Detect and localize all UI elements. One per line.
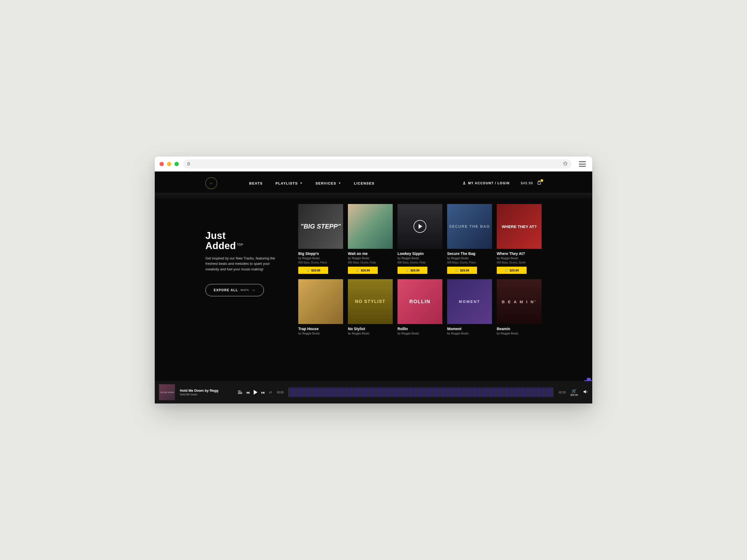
player-track-info: Hold Me Down by Regg Hold Me Down (180, 389, 233, 396)
track-artwork[interactable]: WHERE THEY AT? (497, 204, 542, 249)
cover-text: B E A M I N' (502, 299, 537, 304)
cover-text: SECURE THE BAG (449, 224, 490, 229)
track-artist[interactable]: by Reggie Beatz (397, 332, 442, 335)
arrow-right-icon: → (252, 288, 256, 292)
track-tags: 808 Bass, Drums, Flute, (397, 261, 442, 264)
track-artist[interactable]: by Reggie Beatz (348, 257, 393, 260)
track-artwork[interactable]: B E A M I N' (497, 279, 542, 324)
track-title[interactable]: Lowkey Sippin (397, 251, 442, 256)
track-grid: "BIG STEPP"Big Stepp'nby Reggie Beatz808… (298, 204, 542, 335)
track-artwork[interactable]: NO STYLIST (348, 279, 393, 324)
track-title[interactable]: Trap House (298, 327, 343, 331)
nav-services[interactable]: SERVICES▼ (316, 181, 341, 185)
cart-icon: 🛒 (505, 269, 509, 272)
track-card: WHERE THEY AT?Where They At?by Reggie Be… (497, 204, 542, 274)
close-window-icon[interactable] (159, 162, 164, 166)
track-card: NO STYLISTNo Stylistby Reggie Beatz (348, 279, 393, 335)
next-track-icon[interactable]: ⏭ (261, 390, 265, 395)
track-artist[interactable]: by Reggie Beatz (298, 257, 343, 260)
cart-area[interactable]: $49.99 (521, 180, 542, 186)
nav-label: SERVICES (316, 181, 336, 185)
price-label: $29.99 (510, 269, 519, 272)
bookmark-star-icon[interactable] (563, 161, 568, 167)
nav-beats[interactable]: BEATS (249, 181, 263, 185)
waveform[interactable] (288, 386, 553, 398)
nav-licenses[interactable]: LICENSES (354, 181, 375, 185)
cart-total: $49.99 (521, 181, 533, 185)
cart-icon: 🛒 (306, 269, 310, 272)
svg-point-2 (463, 182, 465, 183)
track-title[interactable]: No Stylist (348, 327, 393, 331)
nav-playlists[interactable]: PLAYLISTS▼ (276, 181, 303, 185)
cart-icon: 🛒 (455, 269, 459, 272)
shopping-bag-icon (537, 180, 542, 186)
window-controls (159, 162, 179, 166)
volume-icon[interactable] (583, 389, 588, 396)
minimize-window-icon[interactable] (167, 162, 171, 166)
track-tags: 808 Bass, Drums, Flute, (348, 261, 393, 264)
track-title[interactable]: Wait on me (348, 251, 393, 256)
player-controls: ⏮ ⏭ ⇄ (238, 390, 272, 395)
track-artist[interactable]: by Reggie Beatz (298, 332, 343, 335)
maximize-window-icon[interactable] (175, 162, 179, 166)
track-title[interactable]: Moment (447, 327, 492, 331)
track-artwork[interactable] (348, 204, 393, 249)
price-label: $29.99 (460, 269, 469, 272)
lock-icon (187, 162, 190, 166)
svg-rect-0 (187, 163, 190, 165)
cart-icon: 🛒 (571, 389, 577, 394)
track-card: MOMENTMomentby Reggie Beatz (447, 279, 492, 335)
buy-button[interactable]: 🛒$29.99 (397, 267, 428, 274)
shuffle-icon[interactable]: ⇄ (269, 390, 272, 394)
play-icon[interactable] (254, 390, 257, 395)
track-tags: 808 Bass, Drums, Synth (497, 261, 542, 264)
track-artist[interactable]: by Reggie Beatz (397, 257, 442, 260)
nav-links: BEATS PLAYLISTS▼ SERVICES▼ LICENSES (249, 181, 375, 185)
play-overlay[interactable] (397, 204, 442, 249)
player-track-title: Hold Me Down by Regg (180, 389, 233, 393)
track-artist[interactable]: by Reggie Beatz (447, 257, 492, 260)
track-artist[interactable]: by Reggie Beatz (348, 332, 393, 335)
track-card: B E A M I N'Beaminby Reggie Beatz (497, 279, 542, 335)
track-title[interactable]: Where They At? (497, 251, 542, 256)
account-link[interactable]: MY ACCOUNT / LOGIN (462, 181, 510, 186)
button-sublabel: BEATS (241, 289, 249, 291)
player-buy-button[interactable]: 🛒 $29.99 (570, 389, 578, 396)
track-title[interactable]: Rollin (397, 327, 442, 331)
buy-button[interactable]: 🛒$29.99 (497, 267, 526, 274)
scroll-handle[interactable] (587, 378, 591, 380)
player-right: 🛒 $29.99 (570, 389, 588, 396)
track-title[interactable]: Secure The Bag (447, 251, 492, 256)
previous-track-icon[interactable]: ⏮ (246, 390, 250, 395)
track-artwork[interactable]: ROLLIN (397, 279, 442, 324)
browser-menu-icon[interactable] (579, 161, 586, 167)
buy-button[interactable]: 🛒$29.99 (348, 267, 378, 274)
player-track-subtitle: Hold Me Down (180, 393, 233, 396)
buy-button[interactable]: 🛒$29.99 (298, 267, 328, 274)
cart-badge (541, 179, 543, 182)
track-artwork[interactable]: MOMENT (447, 279, 492, 324)
explore-all-button[interactable]: EXPORE ALL BEATS → (205, 284, 264, 296)
player-artwork[interactable]: OLD ME DOWN (159, 384, 175, 400)
queue-icon[interactable] (238, 391, 242, 394)
track-title[interactable]: Beamin (497, 327, 542, 331)
track-artwork[interactable] (298, 279, 343, 324)
track-title[interactable]: Big Stepp'n (298, 251, 343, 256)
nav-label: PLAYLISTS (276, 181, 298, 185)
track-artist[interactable]: by Reggie Beatz (447, 332, 492, 335)
track-artist[interactable]: by Reggie Beatz (497, 257, 542, 260)
track-artwork[interactable]: SECURE THE BAG (447, 204, 492, 249)
logo[interactable]: ♪♪ (205, 177, 217, 189)
track-artwork[interactable]: "BIG STEPP" (298, 204, 343, 249)
section-description: Get inspired by our New Tracks, featurin… (205, 256, 283, 272)
audio-player: OLD ME DOWN Hold Me Down by Regg Hold Me… (155, 381, 592, 403)
url-bar[interactable] (183, 159, 571, 168)
main-nav: ♪♪ BEATS PLAYLISTS▼ SERVICES▼ LICENSES M… (155, 171, 592, 189)
track-artwork[interactable] (397, 204, 442, 249)
track-artist[interactable]: by Reggie Beatz (497, 332, 542, 335)
cover-text: MOMENT (459, 299, 480, 304)
buy-button[interactable]: 🛒$29.99 (447, 267, 477, 274)
chevron-down-icon: ▼ (338, 182, 341, 185)
svg-marker-1 (563, 161, 567, 165)
site-content: ♪♪ BEATS PLAYLISTS▼ SERVICES▼ LICENSES M… (155, 171, 592, 403)
